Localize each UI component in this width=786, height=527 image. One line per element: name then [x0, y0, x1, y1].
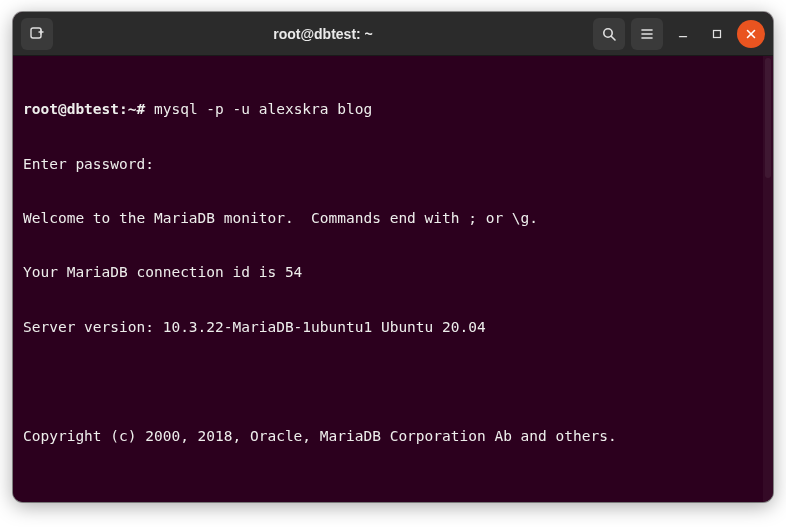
- terminal-line: root@dbtest:~# mysql -p -u alexskra blog: [23, 100, 763, 118]
- minimize-button[interactable]: [669, 20, 697, 48]
- close-icon: [744, 27, 758, 41]
- prompt-path: ~: [128, 101, 137, 117]
- titlebar: root@dbtest: ~: [13, 12, 773, 56]
- blank-line: [23, 481, 763, 499]
- scrollbar-thumb[interactable]: [765, 58, 771, 178]
- svg-rect-7: [714, 30, 721, 37]
- svg-rect-0: [31, 28, 41, 38]
- menu-button[interactable]: [631, 18, 663, 50]
- terminal-line: Your MariaDB connection id is 54: [23, 263, 763, 281]
- new-tab-button[interactable]: [21, 18, 53, 50]
- svg-line-2: [611, 36, 615, 40]
- search-button[interactable]: [593, 18, 625, 50]
- close-button[interactable]: [737, 20, 765, 48]
- terminal-area[interactable]: root@dbtest:~# mysql -p -u alexskra blog…: [13, 56, 773, 502]
- terminal-line: Server version: 10.3.22-MariaDB-1ubuntu1…: [23, 318, 763, 336]
- titlebar-right: [593, 18, 765, 50]
- scrollbar[interactable]: [763, 56, 773, 502]
- terminal-window: root@dbtest: ~: [13, 12, 773, 502]
- blank-line: [23, 372, 763, 390]
- minimize-icon: [676, 27, 690, 41]
- terminal-line: Copyright (c) 2000, 2018, Oracle, MariaD…: [23, 427, 763, 445]
- terminal-line: Enter password:: [23, 155, 763, 173]
- maximize-button[interactable]: [703, 20, 731, 48]
- window-title: root@dbtest: ~: [59, 26, 587, 42]
- prompt-sep: :: [119, 101, 128, 117]
- search-icon: [601, 26, 617, 42]
- prompt-symbol: #: [137, 101, 146, 117]
- new-tab-icon: [29, 26, 45, 42]
- command-text: mysql -p -u alexskra blog: [154, 101, 372, 117]
- maximize-icon: [710, 27, 724, 41]
- hamburger-icon: [639, 26, 655, 42]
- terminal-line: Welcome to the MariaDB monitor. Commands…: [23, 209, 763, 227]
- titlebar-left: [21, 18, 53, 50]
- prompt-user-host: root@dbtest: [23, 101, 119, 117]
